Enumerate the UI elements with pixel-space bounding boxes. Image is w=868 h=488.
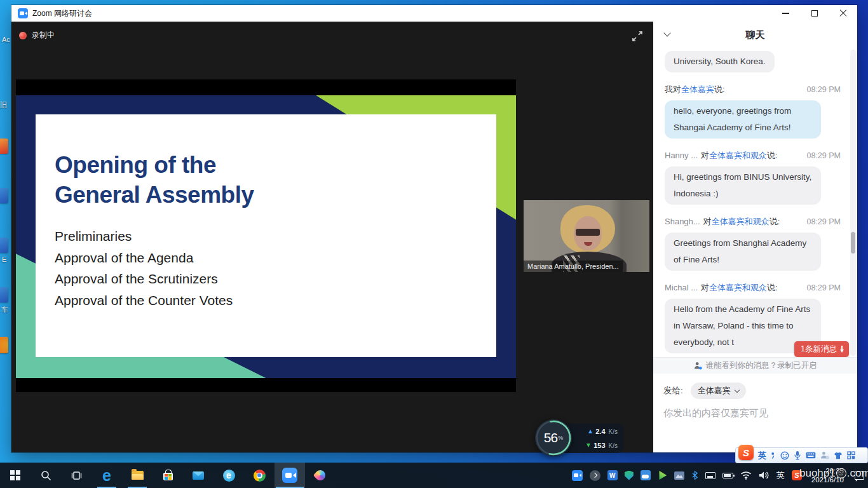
desktop-icon-label[interactable]: 车 bbox=[1, 305, 8, 315]
volume-icon[interactable] bbox=[759, 471, 770, 480]
recipient-link[interactable]: 全体嘉宾和观众 bbox=[709, 150, 767, 161]
audience-dropdown[interactable]: 全体嘉宾 bbox=[691, 383, 746, 399]
chat-message: University, South Korea. bbox=[665, 51, 841, 72]
chat-message-list[interactable]: University, South Korea. 我 对 全体嘉宾 说: 08:… bbox=[653, 48, 857, 357]
window-title: Zoom 网络研讨会 bbox=[32, 8, 92, 19]
taskbar-paint3d[interactable] bbox=[305, 463, 336, 488]
sender-name: Shangh... bbox=[665, 217, 700, 226]
message-bubble: University, South Korea. bbox=[665, 51, 775, 72]
sender-name: Hanny ... bbox=[665, 151, 698, 160]
zoom-webinar-window: Zoom 网络研讨会 录制中 bbox=[11, 5, 857, 452]
chat-header: 聊天 bbox=[653, 22, 857, 48]
emoji-icon[interactable] bbox=[780, 451, 789, 460]
chrome-icon bbox=[254, 470, 266, 482]
chat-message: 我 对 全体嘉宾 说: 08:29 PM hello, everyone, gr… bbox=[665, 84, 841, 139]
new-message-button[interactable]: 1条新消息 bbox=[794, 341, 849, 357]
ime-skin-icon[interactable] bbox=[834, 452, 843, 459]
chat-compose-area: 发给: 全体嘉宾 你发出的内容仅嘉宾可见 bbox=[653, 374, 857, 452]
taskbar-edge[interactable]: e bbox=[92, 463, 122, 488]
taskbar-chrome[interactable] bbox=[244, 463, 275, 488]
message-meta: 我 对 全体嘉宾 说: 08:29 PM bbox=[665, 84, 841, 95]
start-button[interactable] bbox=[0, 463, 31, 488]
folder-icon bbox=[132, 471, 144, 480]
send-to-label: 发给: bbox=[663, 385, 683, 396]
chat-scrollbar[interactable] bbox=[850, 50, 856, 356]
tray-cloud-app-icon[interactable] bbox=[641, 470, 651, 480]
recipient-link[interactable]: 全体嘉宾和观众 bbox=[712, 216, 770, 227]
maximize-button[interactable] bbox=[800, 5, 829, 22]
desktop-icon-fragment[interactable] bbox=[0, 287, 8, 302]
minimize-button[interactable] bbox=[771, 5, 800, 22]
chevron-down-icon[interactable] bbox=[663, 29, 670, 36]
window-titlebar[interactable]: Zoom 网络研讨会 bbox=[11, 5, 857, 22]
bluetooth-icon[interactable] bbox=[691, 470, 698, 480]
tray-screenshot-tool-icon[interactable] bbox=[674, 471, 684, 480]
tray-security-shield-icon[interactable] bbox=[625, 471, 634, 480]
wifi-icon[interactable] bbox=[740, 471, 752, 480]
tray-wps-icon[interactable]: W bbox=[607, 470, 618, 480]
slide-agenda-item: Approval of the Counter Votes bbox=[55, 290, 484, 311]
recording-dot-icon bbox=[19, 32, 27, 39]
watermark: buohp1 .com bbox=[799, 467, 868, 480]
close-icon bbox=[839, 10, 847, 17]
taskbar-zoom-active[interactable] bbox=[275, 463, 305, 488]
ime-account-icon[interactable] bbox=[820, 451, 829, 459]
slide-agenda-item: Preliminaries bbox=[55, 226, 484, 247]
chat-visibility-notice: 谁能看到你的消息？录制已开启 bbox=[653, 357, 857, 374]
chat-input[interactable]: 你发出的内容仅嘉宾可见 bbox=[663, 407, 847, 419]
upload-speed: 2.4K/s bbox=[578, 428, 618, 435]
recording-indicator: 录制中 bbox=[19, 30, 55, 41]
taskbar-store[interactable] bbox=[153, 463, 183, 488]
taskbar-search-button[interactable] bbox=[31, 463, 61, 488]
speaker-name-label: Mariana Amatullo, Presiden... bbox=[524, 261, 623, 272]
fullscreen-button[interactable] bbox=[630, 29, 644, 43]
speaker-video-thumbnail[interactable]: Mariana Amatullo, Presiden... bbox=[524, 200, 649, 272]
battery-icon[interactable] bbox=[722, 473, 733, 478]
ime-toolbox-icon[interactable] bbox=[847, 451, 855, 459]
ime-mode-indicator[interactable]: 英 bbox=[776, 470, 785, 481]
desktop-icon-label[interactable]: Ac bbox=[2, 36, 10, 43]
slide-agenda-list: Preliminaries Approval of the Agenda App… bbox=[55, 226, 484, 311]
chat-scrollbar-thumb[interactable] bbox=[851, 232, 855, 254]
taskbar: e W 英 S 20:35 2021/6/10 bbox=[0, 463, 868, 488]
sogou-logo-icon[interactable]: S bbox=[738, 445, 754, 460]
message-meta: Michal ... 对 全体嘉宾和观众 说: 08:29 PM bbox=[665, 282, 841, 294]
taskbar-internet-explorer[interactable] bbox=[214, 463, 244, 488]
taskbar-file-explorer[interactable] bbox=[122, 463, 153, 488]
display-icon[interactable] bbox=[705, 472, 715, 479]
punctuation-icon[interactable] bbox=[771, 452, 776, 459]
chat-message: Hanny ... 对 全体嘉宾和观众 说: 08:29 PM Hi, gree… bbox=[665, 150, 841, 205]
ime-language-toggle[interactable]: 英 bbox=[758, 450, 766, 461]
recording-label: 录制中 bbox=[32, 30, 55, 41]
usage-percent-gauge[interactable]: 56 % bbox=[535, 419, 572, 456]
upload-arrow-icon bbox=[588, 430, 592, 433]
recipient-link[interactable]: 全体嘉宾 bbox=[681, 84, 714, 95]
watermark-badge-icon bbox=[836, 468, 846, 478]
close-button[interactable] bbox=[829, 5, 857, 22]
tray-expander-icon[interactable] bbox=[590, 470, 600, 481]
desktop-icon-label[interactable]: 旧 bbox=[0, 100, 7, 110]
message-meta: Shangh... 对 全体嘉宾和观众 说: 08:29 PM bbox=[665, 216, 841, 227]
desktop-icon-label[interactable]: E bbox=[2, 255, 6, 263]
recipient-link[interactable]: 全体嘉宾和观众 bbox=[709, 282, 767, 294]
message-time: 08:29 PM bbox=[806, 283, 841, 292]
ime-toolbar: S 英 bbox=[735, 447, 868, 463]
desktop-icon-fragment[interactable] bbox=[0, 238, 8, 253]
desktop-icon-fragment[interactable] bbox=[0, 188, 8, 203]
tray-video-player-icon[interactable] bbox=[658, 471, 667, 480]
edge-icon: e bbox=[102, 468, 111, 482]
voice-input-icon[interactable] bbox=[794, 451, 801, 460]
minimize-icon bbox=[782, 13, 789, 14]
sender-name: Michal ... bbox=[665, 283, 698, 292]
task-view-button[interactable] bbox=[61, 463, 92, 488]
message-bubble: Hi, greetings from BINUS University, Ind… bbox=[665, 166, 821, 205]
desktop-icon-fragment[interactable] bbox=[0, 337, 8, 353]
taskbar-mail[interactable] bbox=[183, 463, 214, 488]
keyboard-icon[interactable] bbox=[806, 452, 816, 459]
desktop-icon-fragment[interactable] bbox=[0, 139, 8, 154]
slide-content-card: Opening of the General Assembly Prelimin… bbox=[36, 114, 496, 357]
slide-agenda-item: Approval of the Agenda bbox=[55, 247, 484, 269]
message-bubble: hello, everyone, greetings from Shangai … bbox=[665, 100, 821, 139]
message-time: 08:29 PM bbox=[806, 85, 841, 94]
tray-zoom-icon[interactable] bbox=[572, 470, 583, 481]
